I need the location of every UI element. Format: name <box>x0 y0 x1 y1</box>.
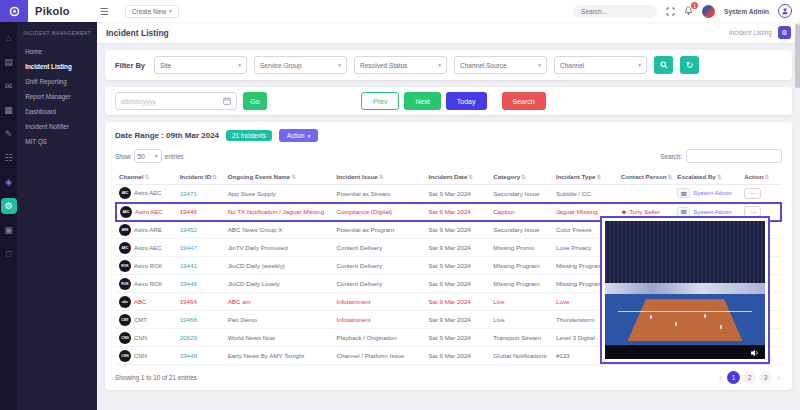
pagination-page-3[interactable]: 3 <box>759 371 772 384</box>
report-icon[interactable]: ▦ <box>1 102 17 118</box>
incident-id[interactable]: 19471 <box>177 185 225 203</box>
date-input[interactable]: dd/mm/yyyy <box>115 92 237 110</box>
incident-id[interactable]: 19446 <box>177 203 225 221</box>
search-button[interactable]: Search <box>502 92 546 110</box>
page-scrollbar <box>795 22 800 410</box>
global-search-input[interactable] <box>573 5 657 18</box>
sidebar-item-dashboard[interactable]: Dashboard <box>23 104 91 119</box>
bulk-action-dropdown[interactable]: Action▾ <box>279 129 318 142</box>
filter-select-channel[interactable]: Channel▾ <box>554 56 647 74</box>
filter-select-site[interactable]: Site▾ <box>154 56 247 74</box>
sidebar-item-home[interactable]: Home <box>23 44 91 59</box>
table-row[interactable]: AECAstro AEC 19471 App Store Supply Pote… <box>116 185 781 203</box>
category: Missing Promo <box>490 239 553 257</box>
column-header-ongoing-event-name[interactable]: Ongoing Event Name⇅ <box>225 169 334 185</box>
incident-id[interactable]: 19464 <box>177 293 225 311</box>
column-header-incident-date[interactable]: Incident Date⇅ <box>425 169 490 185</box>
channel-logo: ROK <box>119 278 131 290</box>
pagination-next[interactable]: › <box>775 373 782 383</box>
home-icon[interactable]: ⌂ <box>1 30 17 46</box>
column-header-category[interactable]: Category⇅ <box>490 169 553 185</box>
monitor-icon[interactable]: ▤ <box>1 54 17 70</box>
event-name: Pan Demo <box>225 311 334 329</box>
filter-select-resolved-status[interactable]: Resolved Status▾ <box>354 56 447 74</box>
archive-icon[interactable]: □ <box>1 246 17 262</box>
phone-icon: ☎ <box>677 207 690 217</box>
create-new-button[interactable]: Create New▾ <box>125 5 179 18</box>
app-logo-icon[interactable] <box>0 0 28 22</box>
pagination-page-2[interactable]: 2 <box>743 371 756 384</box>
filter-select-channel-source[interactable]: Channel Source▾ <box>454 56 547 74</box>
column-header-contact-person[interactable]: Contact Person⇅ <box>618 169 674 185</box>
event-name: No TX Notification / Jaguar Missing <box>225 203 334 221</box>
incident-id[interactable]: 19446 <box>177 275 225 293</box>
incident-video-overlay <box>600 216 770 364</box>
column-header-escalated-by[interactable]: Escalated By⇅ <box>674 169 741 185</box>
incident-issue: Potential as Program <box>333 221 425 239</box>
chevron-down-icon: ▾ <box>169 8 172 14</box>
sidebar-item-report-manager[interactable]: Report Manager <box>23 89 91 104</box>
incident-id[interactable]: 19468 <box>177 311 225 329</box>
table-search-input[interactable] <box>686 149 782 163</box>
category: Secondary Issue <box>490 221 553 239</box>
column-header-incident-issue[interactable]: Incident Issue⇅ <box>333 169 425 185</box>
today-button[interactable]: Today <box>446 92 487 110</box>
hamburger-menu-icon[interactable]: ☰ <box>100 6 109 17</box>
incident-id[interactable]: 19448 <box>177 347 225 365</box>
video-player[interactable] <box>605 221 765 359</box>
filter-search-button[interactable] <box>654 56 673 74</box>
filter-refresh-button[interactable]: ↻ <box>680 56 699 74</box>
brand-name: Pikolo <box>35 5 70 17</box>
event-name: World News Now <box>225 329 334 347</box>
channel-name: Astro AEC <box>135 209 163 215</box>
sidebar-item-mit-qs[interactable]: MIT QS <box>23 134 91 149</box>
incident-id[interactable]: 20629 <box>177 329 225 347</box>
channel-name: Astro AEC <box>134 245 162 251</box>
incident-date: Sat 9 Mar 2024 <box>425 275 490 293</box>
incident-date: Sat 9 Mar 2024 <box>425 239 490 257</box>
users-icon[interactable]: ☷ <box>1 150 17 166</box>
user-avatar[interactable] <box>702 5 715 18</box>
tools-icon[interactable]: ⚙ <box>1 198 17 214</box>
roster-icon[interactable]: ◈ <box>1 174 17 190</box>
category: Missing Program <box>490 257 553 275</box>
column-header-channel[interactable]: Channel⇅ <box>116 169 177 185</box>
calendar-icon[interactable]: ▣ <box>1 222 17 238</box>
edit-icon[interactable]: ✎ <box>1 126 17 142</box>
incident-id[interactable]: 19441 <box>177 257 225 275</box>
sidebar-icon-rail: ⌂▤✉▦✎☷◈⚙▣□ <box>0 22 17 410</box>
prev-button[interactable]: Prev <box>361 92 399 110</box>
page-settings-icon[interactable]: ⚙ <box>778 26 791 39</box>
sidebar-item-incident-notifier[interactable]: Incident Notifier <box>23 119 91 134</box>
volume-icon[interactable] <box>751 349 760 357</box>
sidebar-item-incident-listing[interactable]: Incident Listing <box>23 59 91 74</box>
person-icon: ☻ <box>621 208 628 215</box>
notifications-bell-icon[interactable]: 1 <box>684 6 693 16</box>
chat-icon[interactable]: ✉ <box>1 78 17 94</box>
profile-icon[interactable] <box>778 4 792 18</box>
column-header-action[interactable]: Action⇅ <box>741 169 781 185</box>
incident-id[interactable]: 19452 <box>177 221 225 239</box>
video-control-bar[interactable] <box>605 346 765 359</box>
column-header-incident-id[interactable]: Incident ID⇅ <box>177 169 225 185</box>
filter-select-service-group[interactable]: Service Group▾ <box>254 56 347 74</box>
incident-date: Sat 9 Mar 2024 <box>425 221 490 239</box>
sidebar-item-shift-reporting[interactable]: Shift Reporting <box>23 74 91 89</box>
incident-id[interactable]: 19447 <box>177 239 225 257</box>
escalated-by[interactable]: System Admin <box>693 190 731 196</box>
next-button[interactable]: Next <box>404 92 440 110</box>
pagination-prev[interactable]: ‹ <box>717 373 724 383</box>
category: Live <box>490 293 553 311</box>
escalated-by[interactable]: System Admin <box>693 209 731 215</box>
pagination-page-1[interactable]: 1 <box>727 371 740 384</box>
page-title: Incident Listing <box>106 28 169 38</box>
page-size-select[interactable]: 50▾ <box>134 149 162 163</box>
chevron-down-icon: ▾ <box>238 62 241 68</box>
go-button[interactable]: Go <box>243 92 267 110</box>
fullscreen-icon[interactable] <box>666 7 675 16</box>
row-action-button[interactable]: ⋯ <box>744 188 761 199</box>
scrollbar-thumb[interactable] <box>795 24 800 88</box>
channel-name: Astro ROK <box>134 281 163 287</box>
incident-issue: Content Delivery <box>333 239 425 257</box>
column-header-incident-type[interactable]: Incident Type⇅ <box>553 169 618 185</box>
